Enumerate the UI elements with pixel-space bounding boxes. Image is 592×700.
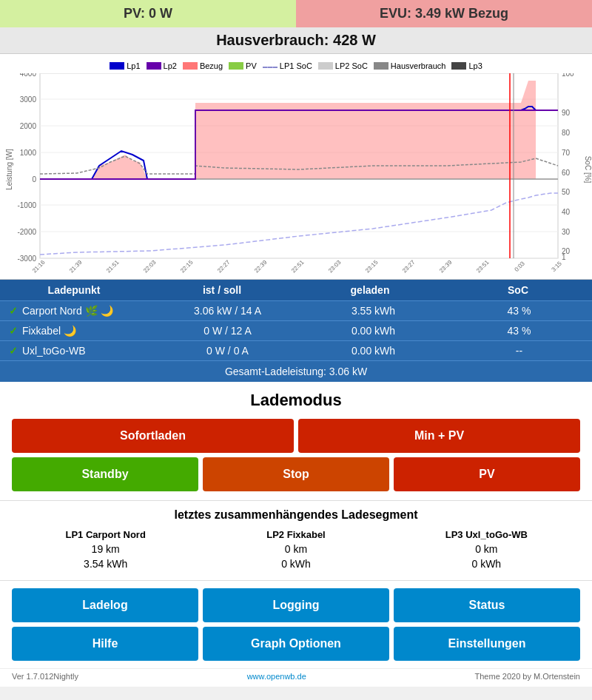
- chart-svg: 4000 3000 2000 1000 0 -1000 -2000 -3000 …: [3, 73, 592, 273]
- lp-header-name: Ladepunkt: [0, 284, 148, 296]
- seg-lp1-km: 19 km: [12, 543, 199, 555]
- lp-row-3: ✓ Uxl_toGo-WB 0 W / 0 A 0.00 kWh --: [0, 340, 592, 360]
- svg-text:23:27: 23:27: [401, 259, 417, 273]
- svg-text:SoC [%]: SoC [%]: [584, 156, 592, 184]
- lp2-geladen: 0.00 kWh: [300, 325, 446, 337]
- chart-container: Lp1 Lp2 Bezug PV LP1 SoC LP2 SoC Hausver…: [0, 54, 592, 280]
- legend-lp1soc-color: [263, 67, 278, 68]
- ladepunkt-table: Ladepunkt ist / soll geladen SoC ✓ Carpo…: [0, 280, 592, 382]
- lp3-geladen: 0.00 kWh: [300, 345, 446, 357]
- legend-bezug: Bezug: [183, 61, 223, 70]
- hilfe-button[interactable]: Hilfe: [12, 627, 198, 661]
- legend-lp2: Lp2: [147, 61, 177, 70]
- seg-lp3-km: 0 km: [393, 543, 580, 555]
- legend-hausverbrauch-color: [374, 62, 388, 70]
- bottom-btn-row-2: Hilfe Graph Optionen Einstellungen: [12, 627, 580, 661]
- standby-button[interactable]: Standby: [12, 457, 198, 491]
- seg-lp2-name: LP2 Fixkabel: [202, 529, 389, 540]
- svg-text:21:51: 21:51: [105, 259, 121, 273]
- lp1-name: ✓ Carport Nord 🌿 🌙: [0, 305, 155, 317]
- lademodus-section: Lademodus Sofortladen Min + PV Standby S…: [0, 382, 592, 500]
- svg-text:1000: 1000: [20, 149, 37, 157]
- legend-pv: PV: [229, 61, 257, 70]
- svg-text:21:39: 21:39: [68, 259, 84, 273]
- seg-lp1-name: LP1 Carport Nord: [12, 529, 199, 540]
- seg-lp3-name: LP3 Uxl_toGo-WB: [393, 529, 580, 540]
- segment-grid: LP1 Carport Nord LP2 Fixkabel LP3 Uxl_to…: [12, 529, 580, 570]
- svg-text:22:51: 22:51: [290, 259, 306, 273]
- lp2-ist-soll: 0 W / 12 A: [155, 325, 300, 337]
- svg-text:22:03: 22:03: [142, 259, 158, 273]
- legend-lp1soc-label: LP1 SoC: [280, 61, 312, 70]
- lp3-soc: --: [446, 345, 592, 357]
- legend-lp2soc-color: [318, 62, 333, 70]
- lp-header-soc: SoC: [444, 284, 592, 296]
- svg-text:-2000: -2000: [17, 228, 36, 236]
- min-pv-button[interactable]: Min + PV: [298, 419, 580, 453]
- svg-text:-3000: -3000: [17, 255, 36, 263]
- svg-text:50: 50: [562, 188, 571, 196]
- svg-text:23:03: 23:03: [327, 259, 343, 273]
- lp-header-row: Ladepunkt ist / soll geladen SoC: [0, 280, 592, 300]
- svg-text:3:15: 3:15: [551, 260, 564, 273]
- legend-lp1-label: Lp1: [127, 61, 140, 70]
- ladelog-button[interactable]: Ladelog: [12, 588, 198, 622]
- footer-theme: Theme 2020 by M.Ortenstein: [475, 672, 580, 681]
- legend-hausverbrauch: Hausverbrauch: [374, 61, 446, 70]
- svg-text:100: 100: [562, 73, 574, 78]
- pv-button[interactable]: PV: [394, 457, 580, 491]
- stop-button[interactable]: Stop: [203, 457, 389, 491]
- legend-lp3-color: [451, 62, 466, 70]
- lp1-ist-soll: 3.06 kW / 14 A: [155, 305, 300, 317]
- lp3-label: Uxl_toGo-WB: [22, 345, 86, 357]
- svg-text:23:39: 23:39: [438, 259, 454, 273]
- svg-text:1: 1: [562, 253, 566, 261]
- status-button[interactable]: Status: [394, 588, 580, 622]
- lademodus-title: Lademodus: [12, 391, 580, 410]
- legend-bezug-label: Bezug: [200, 61, 223, 70]
- lp3-name: ✓ Uxl_toGo-WB: [0, 345, 155, 357]
- legend-lp1soc: LP1 SoC: [263, 61, 312, 70]
- segment-title: letztes zusammenhängendes Ladesegment: [12, 508, 580, 522]
- svg-text:60: 60: [562, 169, 571, 177]
- svg-text:40: 40: [562, 208, 571, 216]
- evu-header: EVU: 3.49 kW Bezug: [296, 0, 592, 27]
- sofortladen-button[interactable]: Sofortladen: [12, 419, 294, 453]
- svg-text:2000: 2000: [20, 122, 37, 130]
- lp1-moon-icon: 🌙: [101, 305, 113, 317]
- lp-row-1: ✓ Carport Nord 🌿 🌙 3.06 kW / 14 A 3.55 k…: [0, 300, 592, 320]
- lp-header-geladen: geladen: [296, 284, 444, 296]
- hausverbrauch-bar: Hausverbrauch: 428 W: [0, 27, 592, 54]
- svg-text:23:15: 23:15: [364, 259, 380, 273]
- legend-hausverbrauch-label: Hausverbrauch: [391, 61, 446, 70]
- lp1-geladen: 3.55 kWh: [300, 305, 446, 317]
- svg-text:-1000: -1000: [17, 201, 36, 209]
- lp-row-2: ✓ Fixkabel 🌙 0 W / 12 A 0.00 kWh 43 %: [0, 320, 592, 340]
- legend-bezug-color: [183, 62, 198, 70]
- footer-website: www.openwb.de: [247, 672, 306, 681]
- graph-optionen-button[interactable]: Graph Optionen: [203, 627, 389, 661]
- legend-lp3: Lp3: [451, 61, 482, 70]
- legend-lp2-color: [147, 62, 161, 70]
- pv-header: PV: 0 W: [0, 0, 296, 27]
- lp3-check-icon: ✓: [9, 345, 18, 357]
- legend-lp1-color: [110, 62, 124, 70]
- svg-text:80: 80: [562, 129, 571, 137]
- lp-header-ist-soll: ist / soll: [148, 284, 296, 296]
- logging-button[interactable]: Logging: [203, 588, 389, 622]
- lp2-label: Fixkabel: [22, 325, 61, 337]
- bottom-btn-row-1: Ladelog Logging Status: [12, 588, 580, 622]
- lp3-ist-soll: 0 W / 0 A: [155, 345, 300, 357]
- svg-text:4000: 4000: [20, 73, 37, 78]
- seg-lp2-km: 0 km: [202, 543, 389, 555]
- gesamt-ladeleistung: Gesamt-Ladeleistung: 3.06 kW: [0, 360, 592, 382]
- svg-text:0:03: 0:03: [514, 260, 527, 273]
- bottom-buttons: Ladelog Logging Status Hilfe Graph Optio…: [0, 580, 592, 668]
- footer-version: Ver 1.7.012Nightly: [12, 672, 78, 681]
- legend-pv-color: [229, 62, 243, 70]
- einstellungen-button[interactable]: Einstellungen: [394, 627, 580, 661]
- legend-lp2soc-label: LP2 SoC: [335, 61, 368, 70]
- lp2-check-icon: ✓: [9, 325, 18, 337]
- svg-text:0: 0: [32, 175, 36, 184]
- segment-section: letztes zusammenhängendes Ladesegment LP…: [0, 500, 592, 580]
